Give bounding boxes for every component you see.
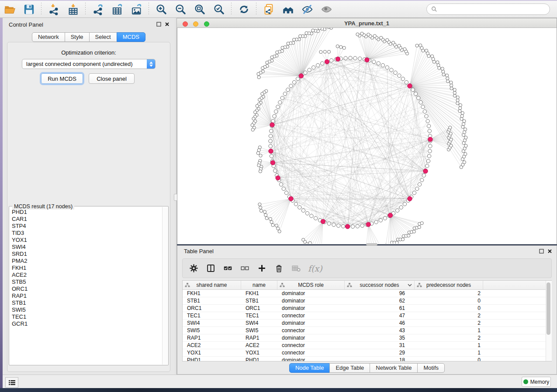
column-header-predecessor-nodes[interactable]: predecessor nodes: [415, 281, 483, 289]
network-node[interactable]: [426, 159, 430, 163]
network-node[interactable]: [425, 114, 428, 118]
table-row[interactable]: ORC1ORC1dominator610: [183, 305, 551, 312]
mcds-result-item[interactable]: PHD1: [9, 209, 162, 216]
network-node[interactable]: [446, 74, 449, 77]
network-node[interactable]: [261, 92, 264, 95]
network-node[interactable]: [311, 29, 315, 32]
network-node[interactable]: [308, 241, 311, 244]
network-hub-node[interactable]: [299, 74, 303, 78]
add-column-icon[interactable]: [256, 263, 267, 274]
search-input[interactable]: [440, 4, 550, 14]
column-header-name[interactable]: name: [241, 281, 277, 289]
network-node[interactable]: [431, 55, 434, 58]
tab-motifs[interactable]: Motifs: [417, 363, 445, 373]
network-node[interactable]: [441, 67, 444, 70]
network-node[interactable]: [343, 46, 346, 49]
float-panel-icon[interactable]: [156, 22, 161, 27]
zoom-out-icon[interactable]: [174, 3, 187, 16]
table-row[interactable]: SWI4SWI4dominator462: [183, 320, 551, 327]
network-node[interactable]: [414, 92, 417, 96]
mcds-result-item[interactable]: GCR1: [9, 320, 162, 327]
mcds-result-item[interactable]: SWI5: [9, 306, 162, 313]
network-node[interactable]: [273, 114, 276, 118]
network-node[interactable]: [336, 45, 339, 48]
export-network-icon[interactable]: [91, 3, 104, 16]
network-node[interactable]: [401, 77, 405, 80]
network-node[interactable]: [442, 73, 445, 76]
network-node[interactable]: [464, 144, 467, 147]
table-row[interactable]: STB1STB1dominator620: [183, 297, 551, 305]
network-node[interactable]: [314, 217, 317, 220]
network-node[interactable]: [321, 62, 324, 65]
network-node[interactable]: [259, 170, 262, 173]
network-node[interactable]: [425, 49, 428, 52]
network-node[interactable]: [312, 65, 315, 69]
network-node[interactable]: [377, 62, 380, 65]
network-node[interactable]: [271, 224, 274, 227]
mcds-result-item[interactable]: SWI4: [9, 244, 162, 251]
network-node[interactable]: [398, 74, 401, 77]
network-node[interactable]: [298, 206, 301, 209]
network-node[interactable]: [419, 100, 422, 104]
column-header-shared-name[interactable]: shared name: [183, 281, 241, 289]
network-node[interactable]: [327, 50, 330, 53]
mcds-result-item[interactable]: ORC1: [9, 285, 162, 292]
network-node[interactable]: [427, 154, 431, 158]
mcds-result-item[interactable]: STB5: [9, 279, 162, 285]
tab-mcds[interactable]: MCDS: [117, 32, 145, 42]
zoom-in-icon[interactable]: [155, 3, 168, 16]
network-node[interactable]: [456, 102, 459, 105]
network-node[interactable]: [418, 226, 421, 229]
network-node[interactable]: [405, 80, 408, 84]
table-row[interactable]: RAP1RAP1dominator352: [183, 334, 551, 342]
network-node[interactable]: [446, 80, 450, 83]
network-node[interactable]: [257, 72, 260, 76]
network-node[interactable]: [276, 51, 279, 54]
column-header-successor-nodes[interactable]: successor nodes: [345, 281, 415, 289]
network-node[interactable]: [327, 222, 331, 225]
show-all-icon[interactable]: [320, 3, 333, 16]
network-node[interactable]: [379, 218, 382, 222]
import-network-icon[interactable]: [47, 3, 60, 16]
open-file-icon[interactable]: [3, 3, 16, 16]
show-columns-icon[interactable]: [205, 263, 216, 274]
network-node[interactable]: [461, 125, 464, 128]
network-node[interactable]: [259, 154, 262, 157]
network-node[interactable]: [269, 134, 272, 138]
mcds-result-item[interactable]: TEC1: [9, 313, 162, 320]
table-row[interactable]: SWI5SWI5connector431: [183, 327, 551, 334]
network-node[interactable]: [463, 161, 466, 164]
network-node[interactable]: [423, 110, 426, 113]
network-node[interactable]: [274, 110, 278, 113]
close-panel-button[interactable]: Close panel: [89, 73, 135, 84]
network-node[interactable]: [316, 63, 319, 67]
network-node[interactable]: [417, 96, 420, 100]
network-node[interactable]: [358, 57, 362, 60]
network-node[interactable]: [329, 58, 333, 62]
first-neighbors-icon[interactable]: [281, 3, 294, 16]
network-node[interactable]: [344, 56, 347, 60]
network-node[interactable]: [273, 169, 277, 172]
network-node[interactable]: [332, 223, 336, 227]
network-node[interactable]: [426, 119, 429, 123]
network-node[interactable]: [259, 209, 263, 212]
network-node[interactable]: [460, 117, 463, 120]
search-field[interactable]: [426, 3, 550, 15]
network-node[interactable]: [426, 164, 429, 168]
network-node[interactable]: [403, 202, 406, 206]
mcds-result-item[interactable]: ACE2: [9, 272, 162, 279]
network-node[interactable]: [453, 88, 456, 91]
select-all-checkboxes-icon[interactable]: [222, 263, 233, 274]
network-node[interactable]: [305, 31, 308, 34]
network-node[interactable]: [256, 151, 259, 155]
network-node[interactable]: [283, 92, 287, 96]
mcds-result-item[interactable]: CAR1: [9, 216, 162, 223]
network-node[interactable]: [456, 96, 459, 99]
network-node[interactable]: [263, 210, 266, 213]
network-node[interactable]: [299, 34, 302, 38]
network-node[interactable]: [284, 191, 288, 195]
table-row[interactable]: PHD1PHD1dominator180: [183, 357, 551, 361]
table-row[interactable]: ACE2ACE2connector311: [183, 342, 551, 349]
network-node[interactable]: [278, 100, 282, 104]
network-node[interactable]: [323, 50, 326, 53]
